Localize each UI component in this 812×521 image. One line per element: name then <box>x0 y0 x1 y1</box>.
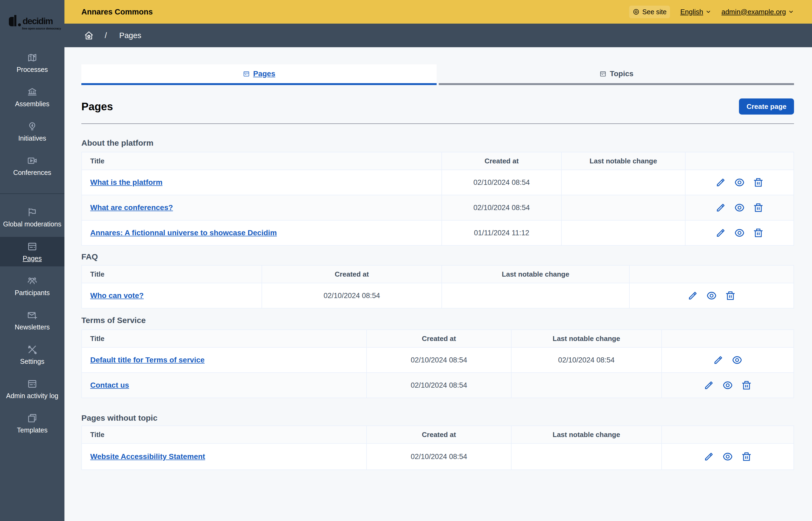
actions-cell <box>662 347 794 372</box>
settings-icon <box>27 344 38 355</box>
title-cell: What are conferences? <box>82 195 442 220</box>
preview-icon[interactable] <box>723 380 733 390</box>
sidebar-item-label: Initiatives <box>18 134 46 142</box>
sidebar-item-label: Participants <box>15 289 50 297</box>
delete-icon[interactable] <box>725 291 735 301</box>
page-link[interactable]: Annares: A fictionnal universe to showca… <box>90 229 277 237</box>
conferences-icon <box>27 155 38 166</box>
page-link[interactable]: Website Accessibility Statement <box>90 452 205 461</box>
edit-icon[interactable] <box>715 228 726 238</box>
breadcrumb: / Pages <box>64 24 812 47</box>
column-header-actions <box>685 152 794 170</box>
title-cell: Website Accessibility Statement <box>82 444 366 470</box>
edit-icon[interactable] <box>688 291 698 301</box>
preview-icon[interactable] <box>723 452 733 462</box>
edit-icon[interactable] <box>713 355 723 365</box>
created-at-cell: 02/10/2024 08:54 <box>262 283 442 308</box>
column-header: Last notable change <box>561 152 685 170</box>
last-change-cell <box>511 372 662 398</box>
title-cell: What is the platform <box>82 170 442 195</box>
page-title: Pages <box>81 100 113 113</box>
preview-icon[interactable] <box>706 291 717 301</box>
created-at-cell: 02/10/2024 08:54 <box>442 170 561 195</box>
sidebar-item-label: Admin activity log <box>6 392 59 400</box>
column-header: Title <box>82 330 366 347</box>
column-header: Last notable change <box>511 426 662 444</box>
initiatives-icon <box>27 121 38 132</box>
preview-icon[interactable] <box>732 355 742 365</box>
sidebar-item-label: Conferences <box>13 169 51 177</box>
sidebar-item-settings[interactable]: Settings <box>0 340 64 369</box>
last-change-cell: 02/10/2024 08:54 <box>511 347 662 372</box>
column-header: Title <box>82 265 262 283</box>
decidim-logo-tagline: free open-source democracy <box>22 27 61 30</box>
sidebar-item-processes[interactable]: Processes <box>0 48 64 77</box>
created-at-cell: 02/10/2024 08:54 <box>442 195 561 220</box>
main-content: Pages Topics Pages Create page About the… <box>64 47 812 521</box>
edit-icon[interactable] <box>704 452 714 462</box>
last-change-cell <box>561 170 685 195</box>
page-link[interactable]: What are conferences? <box>90 203 173 212</box>
sidebar-divider <box>0 194 64 194</box>
sidebar-item-conferences[interactable]: Conferences <box>0 151 64 181</box>
pages-tab-icon <box>243 70 250 77</box>
sidebar-item-label: Assemblies <box>15 100 49 108</box>
pages-table: TitleCreated atLast notable changeWebsit… <box>81 426 794 470</box>
actions-cell <box>629 283 794 308</box>
sidebar-item-pages[interactable]: Pages <box>0 237 64 266</box>
section-faq: FAQTitleCreated atLast notable changeWho… <box>81 252 794 309</box>
preview-icon[interactable] <box>734 228 745 238</box>
sidebar-nav: ProcessesAssembliesInitiativesConference… <box>0 46 64 438</box>
sidebar-item-newsletters[interactable]: Newsletters <box>0 305 64 335</box>
page-link[interactable]: Who can vote? <box>90 291 144 300</box>
participants-icon <box>27 275 38 286</box>
breadcrumb-current: Pages <box>119 31 141 40</box>
delete-icon[interactable] <box>753 177 763 187</box>
tab-topics[interactable]: Topics <box>439 64 794 85</box>
sidebar-item-label: Processes <box>17 66 48 73</box>
sidebar-item-initiatives[interactable]: Initiatives <box>0 117 64 146</box>
delete-icon[interactable] <box>741 380 752 390</box>
column-header: Title <box>82 152 442 170</box>
language-menu[interactable]: English <box>680 8 711 16</box>
created-at-cell: 02/10/2024 08:54 <box>366 347 511 372</box>
column-header: Title <box>82 426 366 444</box>
create-page-button[interactable]: Create page <box>739 98 794 115</box>
sidebar-item-participants[interactable]: Participants <box>0 271 64 301</box>
language-label: English <box>680 8 703 16</box>
page-link[interactable]: What is the platform <box>90 178 163 186</box>
section-terms-of-service: Terms of ServiceTitleCreated atLast nota… <box>81 316 794 398</box>
topbar: Annares Commons See site English admin@e… <box>64 0 812 24</box>
title-cell: Contact us <box>82 372 366 398</box>
column-header-actions <box>662 426 794 444</box>
home-icon[interactable] <box>84 30 94 41</box>
delete-icon[interactable] <box>741 452 752 462</box>
sidebar-item-admin-activity-log[interactable]: Admin activity log <box>0 374 64 404</box>
newsletters-icon <box>27 310 38 321</box>
breadcrumb-separator: / <box>105 31 107 40</box>
created-at-cell: 01/11/2024 11:12 <box>442 220 561 246</box>
sidebar-item-global-moderations[interactable]: Global moderations <box>0 203 64 232</box>
preview-icon[interactable] <box>734 203 745 213</box>
see-site-button[interactable]: See site <box>629 6 670 18</box>
sidebar-item-assemblies[interactable]: Assemblies <box>0 82 64 112</box>
table-row: Default title for Terms of service02/10/… <box>82 347 794 372</box>
delete-icon[interactable] <box>753 203 763 213</box>
edit-icon[interactable] <box>704 380 714 390</box>
user-menu[interactable]: admin@example.org <box>722 8 794 16</box>
delete-icon[interactable] <box>753 228 763 238</box>
section-pages-without-topic: Pages without topicTitleCreated atLast n… <box>81 413 794 470</box>
tab-pages[interactable]: Pages <box>81 64 436 85</box>
decidim-logo[interactable]: decidim free open-source democracy <box>0 0 64 46</box>
edit-icon[interactable] <box>715 203 726 213</box>
last-change-cell <box>442 283 629 308</box>
section-heading: Terms of Service <box>81 316 794 325</box>
pages-table: TitleCreated atLast notable changeDefaul… <box>81 330 794 398</box>
sidebar-item-label: Templates <box>17 426 47 434</box>
page-link[interactable]: Contact us <box>90 381 129 389</box>
page-link[interactable]: Default title for Terms of service <box>90 356 205 364</box>
title-divider <box>81 123 794 124</box>
edit-icon[interactable] <box>715 177 726 187</box>
preview-icon[interactable] <box>734 177 745 187</box>
sidebar-item-templates[interactable]: Templates <box>0 409 64 438</box>
